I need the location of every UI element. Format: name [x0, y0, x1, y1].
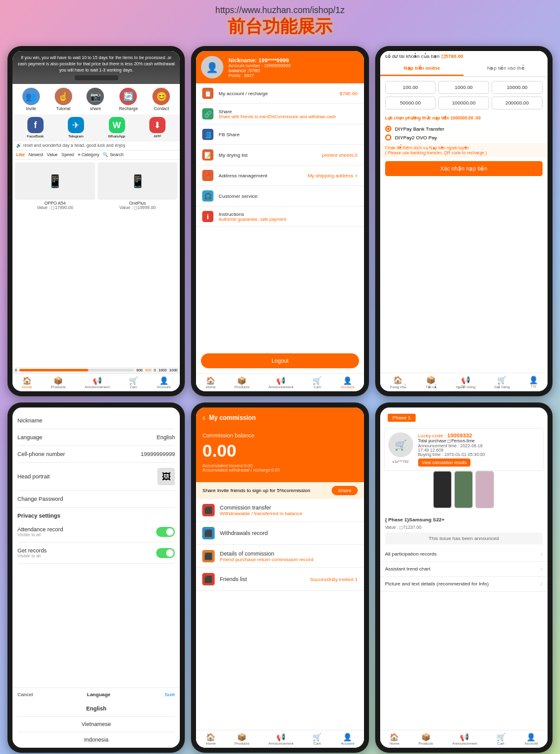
nav-account-6[interactable]: 👤Account — [525, 733, 538, 745]
phone2-menu-fbshare[interactable]: 📘 FB Share — [196, 124, 363, 145]
cancel-button[interactable]: Cancel — [17, 692, 33, 697]
field-language[interactable]: Language English — [17, 429, 175, 446]
toggle-attendance[interactable] — [156, 527, 175, 537]
lang-english[interactable]: English — [17, 701, 175, 717]
product-img-1: 📱 — [15, 162, 95, 200]
product-item-1[interactable]: 📱 OPPO A54 Value : ◻17890.00 — [15, 162, 95, 365]
phone6-announced: This issue has been announced — [385, 533, 543, 544]
nav-cart-1[interactable]: 🛒 Cart — [129, 376, 138, 389]
field-getrecords: Get records Visible to all — [17, 542, 175, 564]
phone1-telegram[interactable]: ✈ Telegram — [68, 117, 84, 138]
phone4-privacy-title: Privacy settings — [17, 508, 175, 521]
payment-diypay2[interactable]: DIYPay2 OVO Pay — [385, 134, 543, 141]
phone1-icon-recharge[interactable]: 🔄 Recharge — [119, 88, 138, 111]
phone2-menu-drying[interactable]: 📝 My drying list printed sheets:0 — [196, 145, 363, 165]
amount-1000[interactable]: 1000.00 — [438, 81, 489, 94]
phone1-icon-share[interactable]: 📷 share — [86, 88, 104, 111]
nav-nguoitrung[interactable]: 📢người trùng — [455, 376, 475, 389]
nav-products-6[interactable]: 📦Products — [418, 733, 433, 745]
phone1-icon-contact[interactable]: 😊 Contact — [152, 88, 170, 111]
phone2-menu-instructions[interactable]: ℹ Instructions Authentic guarantee, safe… — [196, 207, 363, 227]
tab-like[interactable]: Like — [16, 152, 25, 157]
radio-diypay[interactable] — [385, 126, 391, 132]
nav-account-2[interactable]: 👤Account — [341, 376, 355, 389]
phones-grid: If you win, you will have to wait 10 to … — [0, 41, 560, 754]
phone1-icon-invite[interactable]: 👥 Invite — [22, 88, 40, 111]
phone6-trend-chart[interactable]: Assistant trend chart › — [380, 562, 548, 577]
nav-announcement-5[interactable]: 📢Announcement — [268, 733, 293, 745]
sure-button[interactable]: Sure — [164, 692, 175, 697]
phone2-menu-customer[interactable]: 🎧 Customer service: — [196, 186, 363, 207]
tab-card-recharge[interactable]: Nạp tiền vào thẻ — [464, 62, 548, 76]
phone2-header: 👤 Nickname: 199****9999 Account number :… — [196, 51, 363, 83]
nav-home-2[interactable]: 🏠Home — [206, 376, 216, 389]
tab-newest[interactable]: Newest — [29, 152, 43, 157]
phone6-product-card: 🛒 s1s***792 Lucky code : 10059332 Total … — [384, 428, 544, 471]
phone1-filter-tabs: Like Newest Value Speed ≡ Category 🔍 Sea… — [12, 151, 180, 160]
share-invite-text: Share Invite friends to sign up for 5%co… — [202, 488, 310, 493]
nav-giohang[interactable]: 🛒Giỏ hàng — [494, 376, 510, 389]
phone2-menu-list: 📋 My account / recharge $780.00 🔗 Share … — [196, 83, 363, 348]
phone6-picture-text[interactable]: Picture and text details (recommended fo… — [380, 577, 548, 592]
phone-visual-pink — [475, 471, 494, 508]
calc-button[interactable]: View calculation results — [418, 458, 471, 467]
phone2-logout-button[interactable]: Logout — [201, 353, 358, 368]
nav-products-2[interactable]: 📦Products — [235, 376, 250, 389]
nav-cart-6[interactable]: 🛒Cart — [497, 733, 506, 745]
nav-home-5[interactable]: 🏠Home — [206, 733, 216, 745]
nav-cart-2[interactable]: 🛒Cart — [312, 376, 322, 389]
lang-vietnamese[interactable]: Vietnamese — [17, 717, 175, 732]
phone5-details[interactable]: ⬛ Details of commission Friend purchase … — [196, 545, 363, 568]
nav-account-1[interactable]: 👤 Account — [157, 376, 170, 389]
tab-online-recharge[interactable]: Nạp tiền online — [380, 62, 464, 76]
share-button[interactable]: Share — [332, 486, 357, 495]
phone-1-screen: If you win, you will have to wait 10 to … — [12, 51, 180, 391]
tab-search[interactable]: 🔍 Search — [103, 152, 123, 157]
phone1-facebook[interactable]: f FaceBook — [27, 117, 44, 138]
tab-speed[interactable]: Speed — [62, 152, 74, 157]
amount-10000[interactable]: 10000.00 — [492, 81, 543, 94]
phone2-menu-share[interactable]: 🔗 Share Share with friends to earn5%Comm… — [196, 104, 363, 124]
product-item-2[interactable]: 📱 OnePlus Value : ◻19999.00 — [98, 162, 178, 365]
phone1-banner-text: If you win, you will have to wait 10 to … — [16, 55, 176, 73]
nav-announcement-1[interactable]: 📢 Announcement — [85, 376, 110, 389]
nav-announcement-2[interactable]: 📢Announcement — [268, 376, 293, 389]
nav-announcement-6[interactable]: 📢Announcement — [452, 733, 477, 745]
tab-value[interactable]: Value — [47, 152, 57, 157]
radio-diypay2[interactable] — [385, 134, 391, 141]
lang-indonesia[interactable]: Indonesia — [17, 732, 175, 748]
phone6-product-icon: 🛒 — [388, 432, 413, 457]
phone6-participation-records[interactable]: All participation records › — [380, 547, 548, 562]
phone5-withdrawals[interactable]: ⬛ Withdrawals record — [196, 522, 363, 545]
amount-100000[interactable]: 100000.00 — [438, 96, 489, 109]
phone1-app[interactable]: ⬇ APP — [149, 117, 166, 138]
amount-50000[interactable]: 50000.00 — [385, 96, 436, 109]
amount-200000[interactable]: 200000.00 — [492, 96, 543, 109]
payment-diypay[interactable]: DIYPay Bank Transfer — [385, 126, 543, 132]
nav-home-1[interactable]: 🏠 Home — [22, 376, 32, 389]
nav-products-5[interactable]: 📦Products — [235, 733, 250, 745]
back-button[interactable]: ‹ — [202, 412, 205, 422]
field-portrait[interactable]: Head portrait 🖼 — [17, 463, 175, 491]
nav-trangchu[interactable]: 🏠Trang chủ — [390, 376, 406, 389]
nav-toi[interactable]: 👤Tôi — [529, 376, 538, 389]
phone2-menu-recharge[interactable]: 📋 My account / recharge $780.00 — [196, 83, 363, 104]
nav-products-1[interactable]: 📦 Products — [51, 376, 66, 389]
phone6-product-name: { Phase 1}Samsung S22+ — [380, 514, 548, 525]
phone4-bottom-bar: Cancel Language Sure — [12, 687, 180, 701]
phone3-confirm-button[interactable]: Xác nhận nạp tiền — [385, 161, 543, 176]
nav-tatca[interactable]: 📦Tất cả — [426, 376, 437, 389]
phone5-commission-transfer[interactable]: ⬛ Commission transfer Withdrawable / tra… — [196, 499, 363, 522]
nav-home-6[interactable]: 🏠Home — [390, 733, 399, 745]
phone5-friends-list[interactable]: ⬛ Friends list Successfully invited 1 — [196, 568, 363, 591]
buy-time: Buying time : 1970-01-01 05:30:00 — [418, 452, 539, 457]
tab-category[interactable]: ≡ Category — [78, 152, 99, 157]
toggle-getrecords[interactable] — [156, 548, 175, 558]
nav-cart-5[interactable]: 🛒Cart — [312, 733, 322, 745]
field-password[interactable]: Change Password — [17, 491, 175, 508]
phone1-whatsapp[interactable]: W WhatsApp — [108, 117, 126, 138]
amount-100[interactable]: 100.00 — [385, 81, 436, 94]
nav-account-5[interactable]: 👤Account — [341, 733, 355, 745]
phone1-icon-tutorial[interactable]: ☝️ Tutorial — [55, 88, 72, 111]
phone2-menu-address[interactable]: 📍 Address management My shipping address… — [196, 165, 363, 186]
